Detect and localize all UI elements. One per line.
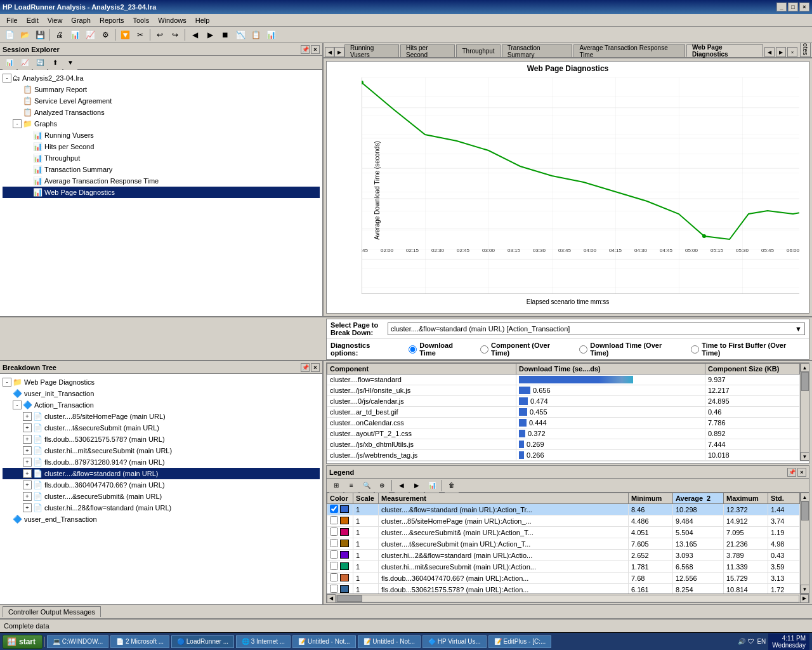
bt-web-diag[interactable]: - 📁 Web Page Diagnostics [3, 376, 320, 388]
explorer-tb-2[interactable]: 📈 [18, 56, 32, 70]
tree-root-expand[interactable]: - [3, 74, 11, 83]
hscroll-left-btn[interactable]: ◀ [327, 594, 336, 603]
scrollbar-thumb[interactable] [801, 372, 809, 391]
tab-avg-response[interactable]: Average Transaction Response Time [573, 44, 685, 57]
table-row[interactable]: cluster...ar_td_best.gif 0.455 0.46 [327, 407, 800, 418]
menu-help[interactable]: Help [192, 15, 214, 25]
legend-tb-8[interactable]: 🗑 [445, 479, 459, 493]
tab-close[interactable]: × [787, 47, 797, 57]
table-row[interactable]: cluster.../js/webtrends_tag.js 0.266 10.… [327, 450, 800, 461]
bt-page-6[interactable]: + 📄 cluster....&flow=standard (main URL) [3, 468, 320, 479]
tab-throughput[interactable]: Throughput [456, 44, 500, 57]
menu-view[interactable]: View [44, 15, 67, 25]
tree-hits[interactable]: 📊 Hits per Second [3, 141, 320, 152]
toolbar-btn-8[interactable]: ⏹ [218, 28, 232, 42]
legend-pin-button[interactable]: 📌 [787, 468, 796, 477]
bt-page4-expand[interactable]: + [23, 446, 32, 455]
redo-button[interactable]: ↪ [168, 28, 182, 42]
tab-prev-button[interactable]: ◀ [325, 47, 334, 57]
page-dropdown[interactable]: cluster....&flow=standard (main URL) [Ac… [388, 322, 805, 335]
tree-analyzed[interactable]: 📋 Analyzed Transactions [3, 107, 320, 118]
bt-page-7[interactable]: + 📄 fls.doub...3604047470.66? (main URL) [3, 479, 320, 491]
tree-running-vusers[interactable]: 📊 Running Vusers [3, 129, 320, 141]
bt-vuser-end[interactable]: 🔷 vuser_end_Transaction [3, 514, 320, 525]
toolbar-btn-7[interactable]: ▶ [203, 28, 217, 42]
open-button[interactable]: 📂 [18, 28, 32, 42]
legend-tb-5[interactable]: ◀ [395, 479, 409, 493]
table-row[interactable]: cluster...ayout/PT_2_1.css 0.372 0.892 [327, 428, 800, 439]
table-row[interactable]: cluster.../js/xb_dhtmlUtils.js 0.269 7.4… [327, 439, 800, 450]
legend-row-7[interactable]: 1 fls.doub...3604047470.66? (main URL):A… [327, 573, 800, 584]
table-row[interactable]: cluster.../js/HI/onsite_uk.js 0.656 12.2… [327, 385, 800, 396]
table-row[interactable]: cluster....0/js/calendar.js 0.474 24.895 [327, 396, 800, 407]
legend-tb-6[interactable]: ▶ [410, 479, 424, 493]
bt-page8-expand[interactable]: + [23, 492, 32, 501]
bt-vuser-init[interactable]: 🔷 vuser_init_Transaction [3, 388, 320, 399]
toolbar-btn-4[interactable]: ⚙ [98, 28, 112, 42]
breakdown-close-button[interactable]: × [311, 363, 320, 372]
legend-row-4[interactable]: 1 cluster....t&secureSubmit (main URL):A… [327, 538, 800, 550]
bt-page1-expand[interactable]: + [23, 412, 32, 421]
legend-row-8[interactable]: 1 fls.doub...530621575.578? (main URL):A… [327, 584, 800, 594]
bt-page-9[interactable]: + 📄 cluster.hi...28&flow=standard (main … [3, 502, 320, 514]
bt-page-2[interactable]: + 📄 cluster....t&secureSubmit (main URL) [3, 422, 320, 434]
taskbar-notepad-2[interactable]: 📝 Untitled - Not... [358, 635, 421, 648]
tab-transaction-summary[interactable]: Transaction Summary [502, 44, 573, 57]
hscroll-right-btn[interactable]: ▶ [800, 594, 809, 603]
tab-scroll-left[interactable]: ◀ [764, 47, 775, 57]
tab-scroll-right[interactable]: ▶ [776, 47, 786, 57]
taskbar-ie[interactable]: 🌐 3 Internet ... [236, 635, 291, 648]
toolbar-btn-11[interactable]: 📊 [264, 28, 278, 42]
taskbar-cmd[interactable]: 💻 C:\WINDOW... [47, 635, 108, 648]
tree-throughput[interactable]: 📊 Throughput [3, 152, 320, 164]
legend-tb-2[interactable]: ≡ [344, 479, 358, 493]
menu-windows[interactable]: Windows [154, 15, 190, 25]
tab-next-button[interactable]: ▶ [334, 47, 344, 57]
menu-graph[interactable]: Graph [67, 15, 95, 25]
legend-scrollbar[interactable]: ▲ ▼ [800, 493, 809, 594]
menu-edit[interactable]: Edit [23, 15, 43, 25]
bt-page-5[interactable]: + 📄 fls.doub...879731280.914? (main URL) [3, 456, 320, 468]
scrollbar-down-button[interactable]: ▼ [801, 452, 809, 461]
tab-running-vusers[interactable]: Running Vusers [344, 44, 399, 57]
filter-button[interactable]: 🔽 [118, 28, 132, 42]
legend-scroll-track[interactable] [801, 501, 809, 585]
taskbar-editplus[interactable]: 📝 EditPlus - [C:... [488, 635, 551, 648]
output-tab[interactable]: Controller Output Messages [3, 606, 101, 617]
legend-tb-7[interactable]: 📊 [425, 479, 439, 493]
bt-page-8[interactable]: + 📄 cluster....&secureSubmit& (main URL) [3, 491, 320, 502]
breakdown-pin-button[interactable]: 📌 [301, 363, 310, 372]
tab-web-page-diag[interactable]: Web Page Diagnostics [686, 44, 763, 57]
menu-file[interactable]: File [3, 15, 22, 25]
scrollbar-track[interactable] [801, 372, 809, 452]
explorer-pin-button[interactable]: 📌 [301, 45, 310, 54]
radio-download-time[interactable]: Download Time [409, 342, 470, 357]
table-row[interactable]: cluster....flow=standard 9.937 [327, 375, 800, 385]
legend-tb-4[interactable]: ⊕ [375, 479, 389, 493]
explorer-close-button[interactable]: × [311, 45, 320, 54]
menu-reports[interactable]: Reports [96, 15, 128, 25]
bt-page7-expand[interactable]: + [23, 481, 32, 489]
legend-row-2[interactable]: 1 cluster...85/siteHomePage (main URL):A… [327, 515, 800, 527]
toolbar-btn-2[interactable]: 📊 [68, 28, 82, 42]
tree-sla[interactable]: 📋 Service Level Agreement [3, 95, 320, 107]
print-button[interactable]: 🖨 [53, 28, 67, 42]
radio-download-over-time[interactable]: Download Time (Over Time) [579, 342, 681, 357]
tree-avg-response[interactable]: 📊 Average Transaction Response Time [3, 175, 320, 187]
legend-tb-3[interactable]: 🔍 [360, 479, 374, 493]
tree-transaction-summary[interactable]: 📊 Transaction Summary [3, 164, 320, 175]
tab-hits[interactable]: Hits per Second [400, 44, 455, 57]
toolbar-btn-5[interactable]: ✂ [133, 28, 147, 42]
toolbar-btn-9[interactable]: 📉 [233, 28, 247, 42]
menu-tools[interactable]: Tools [129, 15, 153, 25]
toolbar-btn-6[interactable]: ◀ [188, 28, 202, 42]
legend-tb-1[interactable]: ⊞ [329, 479, 343, 493]
taskbar-hp-virtual[interactable]: 🔷 HP Virtual Us... [422, 635, 487, 648]
bt-action-expand[interactable]: - [13, 401, 22, 409]
taskbar-notepad-1[interactable]: 📝 Untitled - Not... [292, 635, 355, 648]
legend-row-5[interactable]: 1 cluster.hi...2&&flow=standard (main UR… [327, 550, 800, 561]
tree-summary[interactable]: 📋 Summary Report [3, 84, 320, 95]
component-table-scrollbar[interactable]: ▲ ▼ [800, 363, 809, 461]
taskbar-lr[interactable]: 🔵 LoadRunner ... [171, 635, 234, 648]
toolbar-btn-10[interactable]: 📋 [249, 28, 263, 42]
